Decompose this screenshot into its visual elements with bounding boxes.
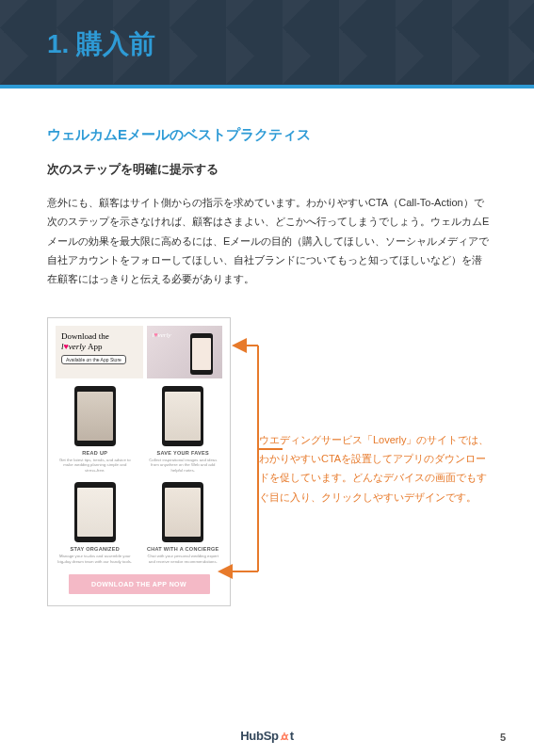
mock-hero: Download the l♥verly App Available on th…	[56, 326, 222, 378]
mock-cell: SAVE YOUR FAVES Collect inspirational im…	[144, 386, 223, 474]
section-subtitle: 次のステップを明確に提示する	[47, 161, 492, 178]
mock-grid: READ UP Get the latest tips, trends, and…	[56, 386, 222, 565]
page-number: 5	[500, 732, 506, 743]
logo-post: t	[290, 729, 294, 743]
sprocket-icon	[280, 732, 289, 742]
mock-cell: READ UP Get the latest tips, trends, and…	[56, 386, 135, 474]
annotation-text: ウエディングサービス「Loverly」のサイトでは、わかりやすいCTAを設置して…	[259, 317, 492, 507]
phone-thumb-icon	[162, 386, 203, 446]
phone-thumb-icon	[74, 482, 116, 542]
example-row: Download the l♥verly App Available on th…	[47, 317, 492, 606]
mock-subtext: Chat with your personal wedding expert a…	[144, 554, 223, 564]
appstore-badge: Available on the App Store	[61, 355, 126, 364]
hero-app-suffix: App	[88, 342, 103, 351]
mock-cell: STAY ORGANIZED Manage your to-dos and as…	[56, 482, 135, 564]
svg-line-3	[286, 738, 288, 739]
mock-subtext: Get the latest tips, trends, and advice …	[56, 458, 135, 474]
section-title: ウェルカムEメールのベストプラクティス	[47, 126, 492, 144]
mock-subtext: Manage your to-dos and assemble your big…	[56, 554, 135, 564]
footer: HubSpt	[0, 729, 534, 743]
phone-thumb-icon	[162, 482, 203, 542]
mock-hero-left: Download the l♥verly App Available on th…	[56, 326, 143, 378]
hero-brand-post: verly	[69, 342, 86, 351]
mock-cell: CHAT WITH A CONCIERGE Chat with your per…	[144, 482, 223, 564]
body-text: 意外にも、顧客はサイト側からの指示を求めています。わかりやすいCTA（Call-…	[47, 193, 492, 289]
phone-icon	[190, 333, 213, 375]
mock-hero-right: l♥verly	[147, 326, 223, 378]
example-screenshot: Download the l♥verly App Available on th…	[47, 317, 231, 606]
phone-brand-post: verly	[158, 331, 171, 339]
mock-subtext: Collect inspirational images and ideas f…	[144, 458, 223, 474]
page-header: 1. 購入前	[0, 0, 534, 85]
hero-line1: Download the	[61, 331, 109, 341]
logo-pre: HubSp	[240, 729, 278, 743]
mock-caption: CHAT WITH A CONCIERGE	[144, 546, 223, 552]
phone-thumb-icon	[74, 386, 116, 446]
page-title: 1. 購入前	[0, 0, 534, 62]
mock-cta-button: DOWNLOAD THE APP NOW	[69, 574, 210, 594]
hubspot-logo: HubSpt	[240, 729, 293, 743]
mock-caption: READ UP	[56, 450, 135, 456]
mock-caption: SAVE YOUR FAVES	[144, 450, 223, 456]
svg-line-2	[286, 734, 288, 735]
content: ウェルカムEメールのベストプラクティス 次のステップを明確に提示する 意外にも、…	[0, 88, 534, 606]
svg-line-4	[281, 738, 283, 739]
mock-caption: STAY ORGANIZED	[56, 546, 135, 552]
